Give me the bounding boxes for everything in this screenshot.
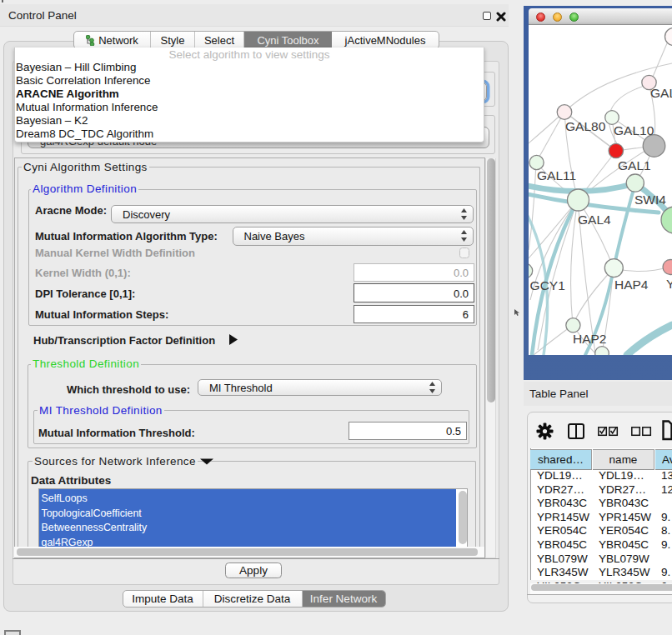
svg-text:GAL10: GAL10: [614, 123, 654, 138]
svg-text:HAP4: HAP4: [614, 278, 649, 292]
svg-text:GAL1: GAL1: [618, 158, 651, 172]
svg-text:HAP2: HAP2: [573, 332, 607, 346]
svg-text:GAL4: GAL4: [578, 212, 611, 227]
svg-text:SWI4: SWI4: [634, 192, 666, 207]
svg-text:GCY1: GCY1: [530, 278, 565, 292]
svg-text:YP: YP: [666, 277, 672, 291]
svg-text:GAL80: GAL80: [565, 119, 606, 133]
svg-text:GAL7: GAL7: [650, 86, 672, 100]
svg-text:GAL11: GAL11: [537, 168, 576, 182]
